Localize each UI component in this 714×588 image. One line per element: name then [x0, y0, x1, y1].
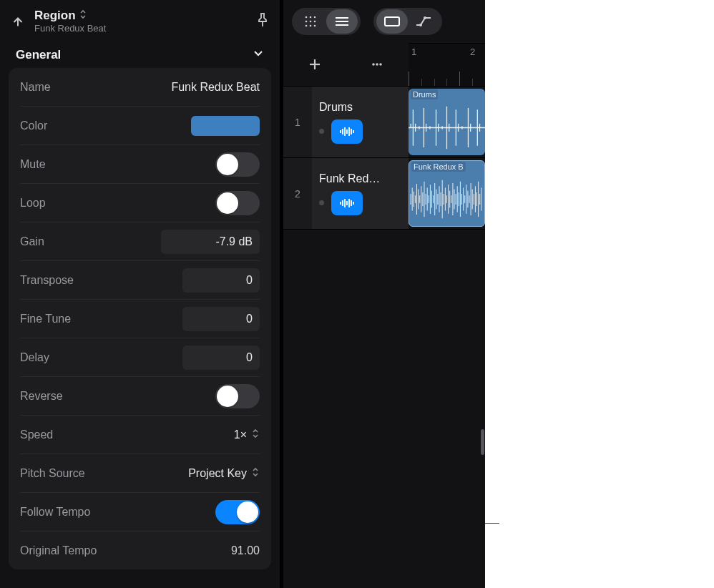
finetune-value[interactable]: 0 — [182, 307, 260, 331]
transpose-value[interactable]: 0 — [182, 268, 260, 293]
label-delay: Delay — [20, 351, 49, 364]
track-controls — [319, 191, 401, 215]
sort-chevron-icon — [251, 428, 260, 441]
label-transpose: Transpose — [20, 274, 74, 287]
pitch-source-value: Project Key — [188, 467, 247, 480]
label-pitch-source: Pitch Source — [20, 467, 85, 480]
list-view-button[interactable] — [326, 9, 358, 34]
pin-icon[interactable] — [255, 12, 270, 31]
inspector-title-block[interactable]: Region Funk Redux Beat — [34, 9, 106, 34]
pitch-source-select[interactable]: Project Key — [188, 467, 260, 480]
waveform — [409, 100, 485, 155]
record-enable-dot[interactable] — [319, 200, 324, 205]
svg-point-5 — [314, 21, 316, 23]
region-inspector-panel: Region Funk Redux Beat General — [0, 0, 280, 588]
svg-point-18 — [376, 63, 378, 66]
vertical-scrollbar-thumb[interactable] — [481, 429, 484, 455]
follow-tempo-toggle[interactable] — [215, 500, 260, 524]
region-label: Drums — [411, 89, 438, 99]
inspector-subtitle: Funk Redux Beat — [34, 24, 106, 34]
track-lane[interactable]: Drums — [409, 87, 485, 157]
row-reverse: Reverse — [20, 377, 260, 416]
automation-mode-button[interactable] — [408, 9, 439, 34]
label-finetune: Fine Tune — [20, 313, 71, 325]
audio-region-selected[interactable]: Funk Redux B — [409, 160, 485, 227]
label-follow-tempo: Follow Tempo — [20, 506, 90, 519]
svg-point-17 — [372, 63, 375, 66]
row-gain: Gain -7.9 dB — [20, 222, 260, 261]
view-mode-segment — [292, 8, 361, 35]
row-mute: Mute — [20, 145, 260, 184]
track-number: 1 — [283, 87, 312, 157]
delay-value[interactable]: 0 — [182, 346, 260, 370]
inspector-header: Region Funk Redux Beat — [0, 0, 280, 43]
row-finetune: Fine Tune 0 — [20, 300, 260, 338]
svg-point-3 — [305, 21, 308, 23]
automation-mode-segment — [373, 8, 442, 35]
track-header[interactable]: Funk Red… — [312, 158, 409, 229]
track-options-button[interactable] — [367, 54, 387, 74]
track-controls — [319, 119, 401, 144]
audio-track-icon[interactable] — [331, 191, 363, 215]
svg-point-6 — [305, 25, 308, 27]
original-tempo-value: 91.00 — [231, 544, 260, 557]
svg-point-14 — [424, 16, 426, 19]
label-loop: Loop — [20, 197, 46, 210]
grid-view-button[interactable] — [295, 9, 326, 34]
toggle-knob — [217, 154, 238, 175]
ruler-time-area[interactable]: 1 2 — [409, 43, 485, 86]
color-swatch[interactable] — [191, 116, 260, 136]
inspector-header-left: Region Funk Redux Beat — [10, 9, 106, 34]
track-row: 2 Funk Red… Funk Redux B — [283, 158, 485, 230]
svg-point-7 — [310, 25, 312, 27]
audio-region[interactable]: Drums — [409, 89, 485, 155]
svg-rect-12 — [385, 17, 399, 26]
track-header[interactable]: Drums — [312, 87, 409, 157]
timeline-ruler: 1 2 — [283, 43, 485, 87]
row-name: Name Funk Redux Beat — [20, 68, 260, 107]
tracks-toolbar — [283, 0, 485, 43]
track-name: Funk Red… — [319, 172, 401, 185]
track-name: Drums — [319, 101, 401, 114]
row-transpose: Transpose 0 — [20, 261, 260, 300]
add-track-button[interactable] — [305, 54, 325, 74]
ruler-mark-1: 1 — [411, 44, 416, 57]
toggle-knob — [217, 386, 238, 407]
track-number: 2 — [283, 158, 312, 229]
svg-point-1 — [310, 16, 312, 19]
general-section-header[interactable]: General — [0, 43, 280, 68]
general-section-title: General — [16, 48, 61, 62]
row-original-tempo: Original Tempo 91.00 — [20, 531, 260, 569]
ruler-left-controls — [283, 43, 409, 86]
label-color: Color — [20, 119, 47, 132]
sort-chevron-icon — [79, 9, 87, 23]
label-speed: Speed — [20, 428, 53, 441]
region-mode-button[interactable] — [376, 9, 408, 34]
label-original-tempo: Original Tempo — [20, 544, 97, 557]
loop-toggle[interactable] — [215, 191, 260, 215]
audio-track-icon[interactable] — [331, 119, 363, 144]
track-lane[interactable]: Funk Redux B — [409, 158, 485, 229]
mute-toggle[interactable] — [215, 152, 260, 177]
row-delay: Delay 0 — [20, 338, 260, 377]
label-reverse: Reverse — [20, 390, 63, 403]
row-loop: Loop — [20, 184, 260, 222]
gain-value[interactable]: -7.9 dB — [161, 230, 260, 254]
svg-point-4 — [310, 21, 312, 23]
app-window: Region Funk Redux Beat General — [0, 0, 485, 588]
inspector-title: Region — [34, 9, 76, 23]
speed-select[interactable]: 1× — [234, 428, 260, 441]
reverse-toggle[interactable] — [215, 384, 260, 408]
toggle-knob — [237, 501, 258, 523]
svg-point-2 — [314, 16, 316, 19]
record-enable-dot[interactable] — [319, 129, 324, 134]
label-name: Name — [20, 81, 51, 94]
toggle-knob — [217, 192, 238, 214]
value-name[interactable]: Funk Redux Beat — [171, 81, 260, 94]
row-follow-tempo: Follow Tempo — [20, 493, 260, 531]
back-arrow-icon[interactable] — [10, 14, 26, 29]
sort-chevron-icon — [251, 467, 260, 480]
svg-point-13 — [419, 24, 422, 26]
ruler-mark-2: 2 — [470, 44, 475, 57]
label-mute: Mute — [20, 158, 46, 171]
